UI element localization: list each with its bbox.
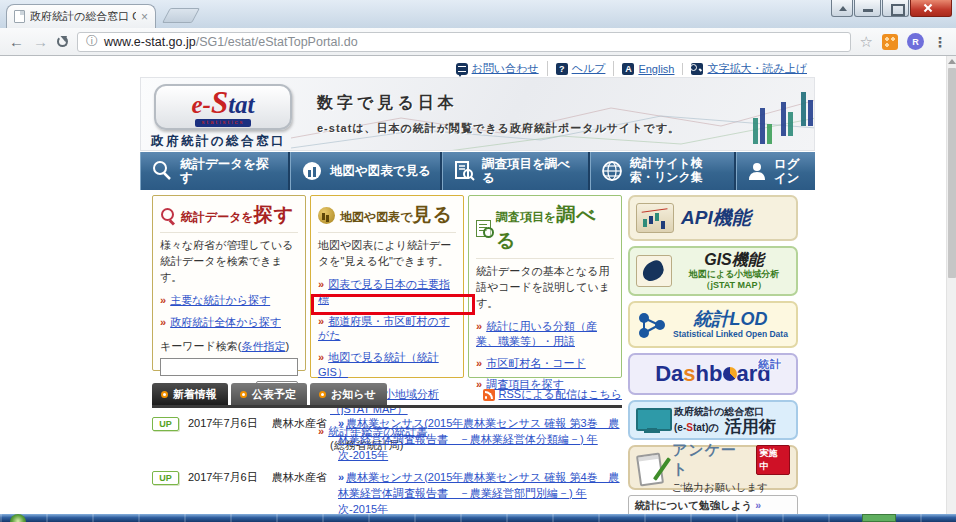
box-research-header: 調査項目を調べる — [476, 202, 614, 259]
gis-sub1: 地図による小地域分析 — [678, 269, 790, 280]
box-find-statistics: 統計データを探す 様々な府省が管理している統計データを検索できます。 » 主要な… — [152, 195, 306, 371]
browser-menu-icon[interactable]: ⋮ — [933, 34, 947, 50]
browser-tab[interactable]: 政府統計の総合窓口 GL × — [6, 4, 156, 28]
rss-feed-link[interactable]: RSSによる配信はこちら — [499, 387, 622, 402]
left-column: 統計データを探す 様々な府省が管理している統計データを検索できます。 » 主要な… — [152, 195, 622, 522]
news-title: »農林業センサス(2015年農林業センサス 確報 第4巻 農林業経営体調査報告書… — [338, 470, 622, 518]
news-divider — [152, 405, 622, 408]
box-map-chart: 地図や図表で見る 地図や図表により統計データを"見える化"できます。 » 図表で… — [310, 195, 464, 378]
box-research-items: 調査項目を調べる 統計データの基本となる用語やコードを説明しています。 » 統計… — [468, 195, 622, 378]
keyword-search-input[interactable] — [160, 358, 298, 376]
chart-plate-icon — [636, 203, 674, 233]
box-title: 統計データを — [181, 210, 254, 224]
tab-new-information[interactable]: 新着情報 — [152, 383, 228, 405]
sidebar-enquete-button[interactable]: アンケート 実施中 ご協力お願いします — [628, 445, 798, 490]
windows-taskbar[interactable] — [0, 514, 956, 522]
dashboard-p2: hb — [696, 361, 723, 386]
url-domain: www.e-stat.go.jp — [104, 35, 196, 49]
classifications-link[interactable]: 統計に用いる分類（産業、職業等）・用語 — [476, 320, 597, 347]
minimize-button[interactable] — [854, 0, 881, 17]
extension-r-icon[interactable]: R — [907, 33, 924, 50]
bookmark-star-icon[interactable]: ☆ — [860, 33, 873, 51]
textsize-link[interactable]: 文字拡大・読み上げ — [707, 61, 807, 76]
dashboard-logo: Dashbard — [655, 363, 771, 385]
main-content: 統計データを探す 様々な府省が管理している統計データを検索できます。 » 主要な… — [140, 190, 815, 522]
maximize-button[interactable] — [882, 0, 909, 17]
tab-release-schedule[interactable]: 公表予定 — [231, 383, 307, 405]
katsuyo-text: 政府統計の総合窓口 (e-Stat)の 活用術 — [674, 406, 790, 435]
english-icon: A — [622, 63, 634, 75]
nav-label: ログイン — [774, 157, 806, 186]
page-info-icon[interactable]: ⓘ — [86, 33, 98, 50]
news-tab-label: お知らせ — [331, 387, 376, 402]
lod-label: 統計LOD — [671, 310, 790, 330]
api-label: API機能 — [681, 205, 751, 231]
news-item-link[interactable]: 農林業センサス(2015年農林業センサス 確報 第4巻 農林業経営体調査報告書 … — [338, 471, 620, 515]
sidebar-lod-button[interactable]: 統計LOD Statistical Linked Open Data — [628, 301, 798, 348]
katsuyo-line1: 政府統計の総合窓口 — [674, 406, 790, 418]
url-bar[interactable]: ⓘ www.e-stat.go.jp/SG1/estat/eStatTopPor… — [77, 32, 851, 52]
news-item-link[interactable]: 農林業センサス(2015年農林業センサス 確報 第3巻 農林業経営体調査報告書 … — [338, 417, 620, 461]
logo-e: e- — [191, 91, 210, 118]
up-badge: UP — [152, 417, 179, 431]
page-scrollbar[interactable] — [946, 56, 956, 514]
box-title-emphasis: 見る — [413, 204, 453, 225]
tab-close-icon[interactable]: × — [141, 11, 148, 23]
english-link[interactable]: English — [638, 63, 674, 75]
sidebar-dashboard-button[interactable]: Dashbard 統計 — [628, 353, 798, 395]
all-statistics-link[interactable]: 政府統計全体から探す — [170, 316, 281, 328]
linked-data-icon — [636, 310, 666, 340]
box-research-description: 統計データの基本となる用語やコードを説明しています。 — [476, 264, 614, 312]
scrollbar-up-icon[interactable] — [948, 59, 956, 64]
katsuyo-estat: (e-Stat)の — [674, 421, 719, 435]
news-section: 新着情報 公表予定 お知らせ RSSによる配信はこちら — [152, 383, 622, 522]
back-button[interactable]: ← — [9, 34, 24, 49]
nav-tab-site-search[interactable]: 統計サイト検索・リンク集 — [590, 152, 736, 190]
learn-header-label: 統計について勉強しよう — [635, 499, 752, 511]
extension-orange-icon[interactable] — [882, 34, 898, 50]
start-orb-icon[interactable] — [10, 514, 26, 522]
sidebar-api-button[interactable]: API機能 — [628, 195, 798, 241]
close-window-button[interactable] — [910, 0, 952, 17]
reload-button[interactable] — [57, 36, 68, 47]
nav-label: 統計サイト検索・リンク集 — [630, 157, 725, 185]
taskbar-green-button[interactable] — [862, 514, 896, 522]
katsuyo-l2b: S — [686, 422, 693, 433]
gold-chart-icon — [318, 207, 335, 224]
major-statistics-link[interactable]: 主要な統計から探す — [170, 294, 270, 306]
link-prefecture-profile: » 都道府県・市区町村のすがた — [318, 314, 456, 344]
municipality-codes-link[interactable]: 市区町村名・コード — [486, 357, 586, 369]
key-indicators-link[interactable]: 図表で見る日本の主要指標 — [318, 278, 450, 305]
nav-tab-find-data[interactable]: 統計データを探す — [140, 152, 290, 190]
forward-button[interactable]: → — [33, 34, 48, 49]
bullet-icon: » — [338, 471, 344, 483]
estat-logo[interactable]: e-Stat statistics — [154, 84, 292, 130]
sidebar-gis-button[interactable]: GIS機能 地図による小地域分析 （jSTAT MAP） — [628, 246, 798, 296]
tab-notices[interactable]: お知らせ — [310, 383, 387, 405]
nav-tab-map-chart[interactable]: 地図や図表で見る — [290, 152, 442, 190]
contact-link[interactable]: お問い合わせ — [472, 61, 539, 76]
nav-tab-research-items[interactable]: 調査項目を調べる — [442, 152, 590, 190]
new-tab-button[interactable] — [162, 8, 200, 23]
nav-tab-login[interactable]: ログイン — [736, 152, 815, 190]
window-extra-button[interactable] — [831, 0, 853, 17]
up-badge: UP — [152, 471, 179, 485]
prefecture-profile-link[interactable]: 都道府県・市区町村のすがた — [318, 315, 450, 342]
link-statistics-gis: » 地図で見る統計（統計GIS） — [318, 350, 456, 380]
logo-caption: 政府統計の総合窓口 — [151, 133, 311, 150]
site-banner: e-Stat statistics 政府統計の総合窓口 数字で見る日本 e-st… — [140, 77, 815, 151]
condition-link[interactable]: 条件指定 — [241, 340, 285, 352]
lod-sublabel: Statistical Linked Open Data — [671, 329, 790, 339]
clipboard-pencil-icon — [636, 452, 666, 484]
bullet-icon: » — [318, 278, 324, 290]
statistics-gis-link[interactable]: 地図で見る統計（統計GIS） — [318, 351, 439, 378]
link-all-government-statistics: » 政府統計全体から探す — [160, 315, 298, 330]
scrollbar-thumb[interactable] — [948, 68, 956, 278]
utility-links-row: お問い合わせ ? ヘルプ A English 文字拡大・読み上げ — [140, 56, 815, 77]
katsuyo-l2a: (e- — [674, 422, 686, 433]
link-municipality-codes: » 市区町村名・コード — [476, 356, 614, 371]
sidebar-katsuyo-button[interactable]: 政府統計の総合窓口 (e-Stat)の 活用術 — [628, 400, 798, 440]
box-find-header: 統計データを探す — [160, 202, 298, 233]
help-link[interactable]: ヘルプ — [572, 61, 606, 76]
bullet-icon: » — [160, 294, 166, 306]
